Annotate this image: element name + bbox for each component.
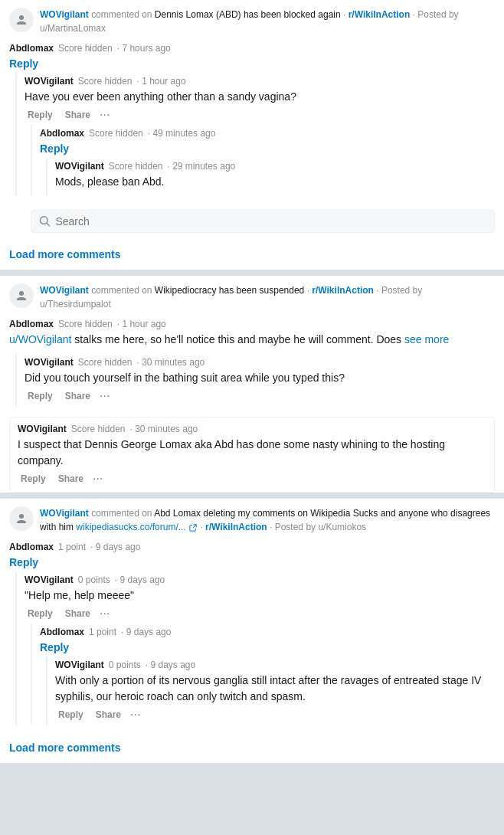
- commenter-bottom-s2[interactable]: WOVigilant: [18, 424, 67, 434]
- reply-btn-s3-l3[interactable]: Reply: [55, 708, 87, 722]
- collapse-bar-2[interactable]: [31, 125, 32, 196]
- score-abdlomax-s3-l2: 1 point: [89, 627, 116, 637]
- commenter-wovigilant-l3[interactable]: WOVigilant: [55, 161, 104, 172]
- score-abdlomax-l2: Score hidden: [89, 128, 143, 139]
- comment-wovigilant-1: WOVigilant Score hidden · 1 hour ago Hav…: [25, 73, 495, 125]
- time-wovigilant-s3: · 9 days ago: [115, 575, 165, 585]
- level2-content-1: Abdlomax Score hidden · 49 minutes ago R…: [40, 125, 495, 196]
- header-text-3: WOVigilant commented on Abd Lomax deleti…: [40, 506, 495, 534]
- header-username-1[interactable]: WOVigilant: [40, 9, 89, 20]
- more-btn-bottom-s2[interactable]: ···: [93, 472, 103, 486]
- section-header-3: WOVigilant commented on Abd Lomax deleti…: [0, 499, 504, 539]
- level1-content-s2: WOVigilant Score hidden · 30 minutes ago…: [25, 354, 495, 406]
- reply-abdlomax-l2[interactable]: Reply: [40, 142, 69, 155]
- share-btn-s3-l3[interactable]: Share: [93, 708, 124, 722]
- section-3: WOVigilant commented on Abd Lomax deleti…: [0, 499, 504, 763]
- reply-abdlomax-s3[interactable]: Reply: [9, 556, 38, 568]
- reply-btn-wovigilant-1[interactable]: Reply: [25, 108, 56, 122]
- level3-indent-s3: WOVigilant 0 points · 9 days ago With on…: [46, 657, 495, 725]
- level3-indent-1: WOVigilant Score hidden · 29 minutes ago…: [46, 158, 495, 196]
- header-posted-by-3: Posted by u/Kumiokos: [275, 522, 366, 532]
- time-abdlomax-s3: · 9 days ago: [90, 542, 140, 552]
- header-subreddit-3[interactable]: r/WikiInAction: [205, 522, 267, 532]
- share-btn-bottom-s2[interactable]: Share: [55, 472, 87, 486]
- collapse-bar-s2-1[interactable]: [15, 354, 17, 406]
- collapse-bar-s3-2[interactable]: [31, 624, 32, 725]
- collapse-bar-s3-3[interactable]: [46, 657, 47, 725]
- actions-wovigilant-1: Reply Share ···: [25, 108, 495, 122]
- more-btn-s3-l3[interactable]: ···: [130, 708, 140, 722]
- search-icon-1: [39, 215, 51, 228]
- body-wovigilant-s3-l3: With only a portion of its nervous gangl…: [55, 673, 495, 705]
- reply-abdlomax-s3-l2[interactable]: Reply: [40, 641, 69, 653]
- see-more-s2[interactable]: see more: [404, 333, 449, 345]
- score-wovigilant-l3: Score hidden: [109, 161, 163, 172]
- share-btn-s3-l1[interactable]: Share: [62, 607, 93, 621]
- collapse-bar-3[interactable]: [46, 158, 47, 196]
- body-wovigilant-s2: Did you touch yourself in the bathing su…: [25, 370, 495, 386]
- time-abdlomax-s3-l2: · 9 days ago: [121, 627, 171, 637]
- time-wovigilant-s2: · 30 minutes ago: [137, 357, 205, 368]
- load-more-btn-1[interactable]: Load more comments: [0, 239, 504, 270]
- score-wovigilant-s2: Score hidden: [78, 357, 133, 368]
- commenter-abdlomax-s3[interactable]: Abdlomax: [9, 542, 54, 552]
- time-wovigilant-l3: · 29 minutes ago: [168, 161, 236, 172]
- level1-content-1: WOVigilant Score hidden · 1 hour ago Hav…: [25, 73, 495, 196]
- comment-abdlomax-l2-1: Abdlomax Score hidden · 49 minutes ago R…: [40, 125, 495, 158]
- actions-wovigilant-s3-l3: Reply Share ···: [55, 708, 495, 722]
- more-btn-s3-l1[interactable]: ···: [100, 607, 110, 621]
- header-username-2[interactable]: WOVigilant: [40, 285, 89, 296]
- score-wovigilant-s3-l3: 0 points: [109, 660, 141, 670]
- mention-link-s2[interactable]: u/WOVigilant: [9, 333, 71, 345]
- body-bottom-s2: I suspect that Dennis George Lomax aka A…: [18, 437, 486, 469]
- more-btn-wovigilant-1[interactable]: ···: [100, 108, 110, 122]
- section-2: WOVigilant commented on Wikipediocracy h…: [0, 276, 504, 493]
- section-1: WOVigilant commented on Dennis Lomax (AB…: [0, 0, 504, 270]
- share-btn-wovigilant-1[interactable]: Share: [62, 108, 93, 122]
- share-btn-s2[interactable]: Share: [62, 389, 93, 403]
- body-wovigilant-l3: Mods, please ban Abd.: [55, 174, 495, 190]
- more-btn-s2[interactable]: ···: [100, 389, 110, 403]
- commenter-abdlomax-s2[interactable]: Abdlomax: [9, 319, 54, 329]
- reply-abdlomax-1[interactable]: Reply: [9, 57, 38, 70]
- comment-abdlomax-s3: Abdlomax 1 point · 9 days ago Reply: [9, 539, 495, 571]
- comment-wovigilant-s3: WOVigilant 0 points · 9 days ago "Help m…: [25, 571, 495, 624]
- commenter-abdlomax-1[interactable]: Abdlomax: [9, 43, 54, 54]
- time-bottom-s2: · 30 minutes ago: [130, 424, 198, 434]
- load-more-btn-3[interactable]: Load more comments: [0, 732, 504, 763]
- score-abdlomax-s3: 1 point: [58, 542, 86, 552]
- commenter-wovigilant-s2[interactable]: WOVigilant: [25, 357, 74, 368]
- reply-btn-bottom-s2[interactable]: Reply: [18, 472, 49, 486]
- section-header-1: WOVigilant commented on Dennis Lomax (AB…: [0, 0, 504, 40]
- reply-btn-s3-l1[interactable]: Reply: [25, 607, 56, 621]
- commenter-abdlomax-l2[interactable]: Abdlomax: [40, 128, 84, 139]
- commenter-wovigilant-s3-l3[interactable]: WOVigilant: [55, 660, 104, 670]
- header-post-title-2: Wikipediocracy has been suspended: [155, 285, 304, 296]
- section-header-2: WOVigilant commented on Wikipediocracy h…: [0, 276, 504, 316]
- header-post-title-1: Dennis Lomax (ABD) has been blocked agai…: [155, 9, 341, 20]
- search-bar-1: [31, 210, 495, 233]
- comment-abdlomax-s3-l2: Abdlomax 1 point · 9 days ago Reply: [40, 624, 495, 657]
- collapse-bar-1[interactable]: [15, 73, 17, 196]
- header-username-3[interactable]: WOVigilant: [40, 508, 89, 519]
- commenter-wovigilant-1[interactable]: WOVigilant: [25, 76, 74, 87]
- avatar-3: [9, 506, 34, 531]
- header-subreddit-1[interactable]: r/WikiInAction: [349, 9, 411, 20]
- comment-wovigilant-l3-1: WOVigilant Score hidden · 29 minutes ago…: [55, 158, 495, 196]
- level1-indent-1: WOVigilant Score hidden · 1 hour ago Hav…: [15, 73, 495, 196]
- header-text-2: WOVigilant commented on Wikipediocracy h…: [40, 283, 495, 311]
- search-input-1[interactable]: [55, 215, 486, 228]
- level2-indent-1: Abdlomax Score hidden · 49 minutes ago R…: [31, 125, 495, 196]
- commenter-abdlomax-s3-l2[interactable]: Abdlomax: [40, 627, 84, 637]
- score-wovigilant-1: Score hidden: [78, 76, 133, 87]
- ext-link-3[interactable]: wikipediasucks.co/forum/...: [76, 522, 185, 532]
- comment-meta-abdlomax-1: Abdlomax Score hidden · 7 hours ago: [9, 43, 495, 54]
- header-subreddit-2[interactable]: r/WikiInAction: [312, 285, 374, 296]
- header-action-1: commented on: [91, 9, 155, 20]
- level1-indent-s3: WOVigilant 0 points · 9 days ago "Help m…: [15, 571, 495, 725]
- reply-btn-s2[interactable]: Reply: [25, 389, 56, 403]
- time-wovigilant-s3-l3: · 9 days ago: [146, 660, 195, 670]
- collapse-bar-s3-1[interactable]: [15, 571, 17, 725]
- comment-thread-3: Abdlomax 1 point · 9 days ago Reply WOVi…: [0, 539, 504, 732]
- commenter-wovigilant-s3[interactable]: WOVigilant: [25, 575, 74, 585]
